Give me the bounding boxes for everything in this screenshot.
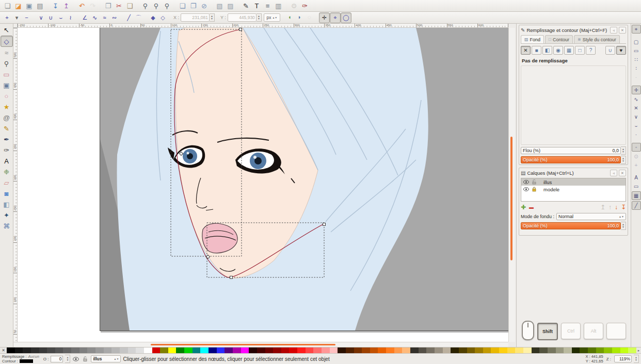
lower-layer-button[interactable]: ↓: [615, 204, 618, 211]
show-bezier-handles[interactable]: ⌖: [330, 12, 341, 23]
palette-swatch[interactable]: [628, 348, 636, 353]
lock-open-icon[interactable]: [531, 179, 537, 185]
deselect[interactable]: ▨: [225, 1, 236, 11]
zoom-tool[interactable]: ⚲: [1, 58, 12, 69]
palette-swatch[interactable]: [580, 348, 588, 353]
palette-swatch[interactable]: [532, 348, 540, 353]
fill-stroke-indicator[interactable]: Remplissage :Aucun Contour :: [2, 354, 39, 363]
palette-swatch[interactable]: [79, 348, 88, 353]
text-tool[interactable]: A: [1, 156, 12, 166]
copy[interactable]: ❐: [103, 1, 114, 11]
opacity-spinner[interactable]: ▲▼: [621, 156, 626, 164]
unlink-clone[interactable]: ⊘: [199, 1, 210, 11]
paint-pattern[interactable]: ▦: [564, 46, 574, 55]
snap-grids[interactable]: ▦: [632, 191, 641, 200]
document-properties[interactable]: ▥: [273, 1, 284, 11]
palette-swatch[interactable]: [7, 348, 15, 353]
paint-radial-gradient[interactable]: ◉: [553, 46, 563, 55]
vertical-scrollbar[interactable]: [508, 28, 515, 342]
lock-closed-icon[interactable]: [531, 187, 537, 192]
node-x-spinner[interactable]: ▲▼: [210, 13, 215, 22]
blur-field[interactable]: Flou (%)0,0: [521, 147, 621, 154]
palette-swatch[interactable]: [289, 348, 297, 353]
palette-swatch[interactable]: [168, 348, 177, 353]
snap-nodes[interactable]: ✛: [632, 86, 641, 94]
palette-swatch[interactable]: [507, 348, 516, 353]
node-tool[interactable]: ◇: [1, 36, 13, 47]
palette-swatch[interactable]: [104, 348, 112, 353]
horizontal-scrollbar-thumb[interactable]: [151, 344, 335, 345]
paint-linear-gradient[interactable]: ◧: [542, 46, 552, 55]
palette-scroll-arrow[interactable]: ▸: [636, 348, 641, 353]
show-path-outline[interactable]: ◯: [341, 12, 351, 23]
snap-cusp-nodes[interactable]: ∨: [632, 113, 640, 121]
star-tool[interactable]: ★: [1, 102, 12, 112]
palette-swatch[interactable]: [467, 348, 475, 353]
tweak-tool[interactable]: ≈: [1, 47, 12, 58]
palette-swatch[interactable]: [39, 348, 47, 353]
blend-mode-select[interactable]: Normal▲▼: [556, 213, 626, 220]
palette-swatch[interactable]: [184, 348, 193, 353]
palette-swatch[interactable]: [136, 348, 144, 353]
palette-swatch[interactable]: [354, 348, 362, 353]
dropper-tool[interactable]: ✦: [1, 210, 12, 220]
tab-style-contour[interactable]: ≋ Style du contour: [574, 35, 620, 43]
palette-swatch[interactable]: [55, 348, 63, 353]
panel-close-button[interactable]: ✕: [619, 27, 626, 34]
snap-bbox-corners[interactable]: ∷: [632, 56, 640, 63]
palette-swatch[interactable]: [435, 348, 443, 353]
horizontal-scrollbar[interactable]: [13, 342, 508, 347]
palette-swatch[interactable]: [386, 348, 394, 353]
snap-others[interactable]: ◦: [632, 143, 641, 152]
bezier-pen-tool[interactable]: ✒: [1, 134, 12, 144]
palette-swatch[interactable]: [410, 348, 419, 353]
segment-to-curve[interactable]: ⌒: [134, 13, 143, 23]
palette-swatch[interactable]: [483, 348, 491, 353]
palette-swatch[interactable]: [160, 348, 168, 353]
object-opacity-slider[interactable]: Opacité (%)100,0: [521, 156, 621, 163]
raise-layer-top-button[interactable]: ↥: [600, 204, 605, 211]
palette-swatch[interactable]: [241, 348, 249, 353]
fill-rule-evenodd[interactable]: ♥: [616, 46, 626, 55]
export-image[interactable]: ↥: [61, 1, 72, 11]
master-opacity-spinner[interactable]: ▲▼: [65, 355, 70, 363]
palette-swatch[interactable]: [604, 348, 612, 353]
paint-flat[interactable]: ■: [532, 46, 541, 55]
snap-toggle[interactable]: ⌖: [632, 25, 641, 34]
palette-swatch[interactable]: [523, 348, 532, 353]
palette-swatch[interactable]: [144, 348, 152, 353]
palette-swatch[interactable]: [556, 348, 564, 353]
palette-swatch[interactable]: [281, 348, 290, 353]
palette-swatch[interactable]: [564, 348, 572, 353]
palette-swatch[interactable]: [620, 348, 629, 353]
canvas-viewport[interactable]: [18, 28, 508, 342]
box3d-tool[interactable]: ▣: [1, 80, 12, 90]
delete-segment[interactable]: ≀: [66, 13, 75, 23]
palette-swatch[interactable]: [362, 348, 370, 353]
snap-guides[interactable]: ╱: [632, 201, 641, 210]
palette-swatch[interactable]: [249, 348, 257, 353]
open-document[interactable]: ◪: [13, 1, 24, 11]
redo[interactable]: ↷: [87, 1, 98, 11]
zoom-input[interactable]: 119%: [614, 355, 632, 362]
snap-object-centers[interactable]: ⊙: [632, 153, 640, 160]
undo[interactable]: ↶: [76, 1, 87, 11]
rectangle-tool[interactable]: ▭: [1, 69, 12, 79]
palette-swatch[interactable]: [596, 348, 604, 353]
delete-layer-button[interactable]: ▬: [529, 205, 534, 210]
join-with-segment[interactable]: ⌣: [56, 13, 66, 23]
bucket-fill-tool[interactable]: ◙: [1, 188, 12, 198]
palette-swatch[interactable]: [15, 348, 23, 353]
panel-collapse-button[interactable]: ◃: [610, 170, 617, 176]
make-symmetric[interactable]: ≈: [100, 13, 109, 23]
panel-collapse-button[interactable]: ◃: [610, 27, 617, 34]
horizontal-ruler[interactable]: -150-100-5005010015020025030035040045050…: [18, 24, 508, 28]
inkscape-preferences[interactable]: ⚙: [289, 1, 299, 11]
import-image[interactable]: ↧: [50, 1, 61, 11]
add-layer-button[interactable]: ✚: [521, 204, 526, 211]
tab-fond[interactable]: ▨ Fond: [521, 35, 544, 43]
paste[interactable]: ❑: [124, 1, 135, 11]
zoom-to-page[interactable]: ⚲: [162, 1, 172, 11]
next-path-effect[interactable]: ◌: [305, 12, 314, 22]
palette-swatch[interactable]: [346, 348, 354, 353]
